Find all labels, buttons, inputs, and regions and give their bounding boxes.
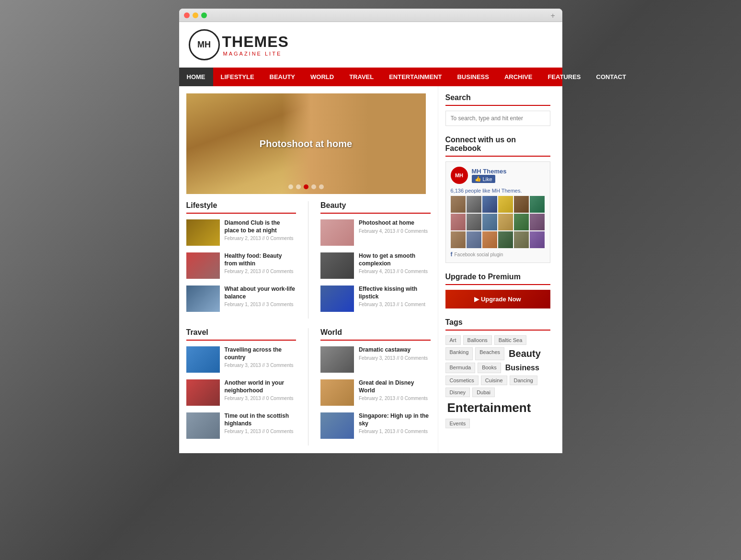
world-column: World Dramatic castaway February 3, 2013… bbox=[320, 328, 431, 446]
list-item[interactable]: Healthy food: Beauty from within Februar… bbox=[186, 252, 296, 279]
fb-photo[interactable] bbox=[467, 196, 481, 213]
nav-archive[interactable]: ARCHIVE bbox=[497, 68, 540, 86]
nav-contact[interactable]: CONTACT bbox=[589, 68, 634, 86]
fb-photo[interactable] bbox=[514, 231, 529, 248]
article-title: Another world in your neighborhood bbox=[225, 379, 296, 394]
list-item[interactable]: Travelling across the country February 3… bbox=[186, 346, 296, 373]
article-thumbnail bbox=[186, 379, 220, 406]
fb-photo[interactable] bbox=[530, 214, 545, 230]
world-heading: World bbox=[320, 328, 431, 341]
tag-business[interactable]: Business bbox=[503, 363, 541, 373]
nav-travel[interactable]: TRAVEL bbox=[342, 68, 381, 86]
article-title: Photoshoot at home bbox=[359, 219, 431, 227]
list-item[interactable]: Great deal in Disney World February 2, 2… bbox=[320, 379, 431, 406]
tag-bermuda[interactable]: Bermuda bbox=[445, 363, 476, 373]
tag-dancing[interactable]: Dancing bbox=[510, 376, 537, 385]
article-thumbnail bbox=[186, 412, 220, 439]
slider-dot-4[interactable] bbox=[311, 184, 316, 189]
fb-link[interactable]: MH Themes. bbox=[492, 188, 522, 194]
article-title: Great deal in Disney World bbox=[359, 379, 431, 394]
nav-entertainment[interactable]: ENTERTAINMENT bbox=[381, 68, 449, 86]
article-info: Effective kissing with lipstick February… bbox=[359, 286, 431, 307]
fb-photo[interactable] bbox=[498, 214, 513, 230]
fb-photo[interactable] bbox=[498, 231, 513, 248]
article-meta: February 4, 2013 // 0 Comments bbox=[359, 269, 431, 274]
fb-like-button[interactable]: 👍 Like bbox=[472, 175, 495, 183]
list-item[interactable]: Time out in the scottish highlands Febru… bbox=[186, 412, 296, 439]
fb-photo[interactable] bbox=[467, 214, 481, 230]
list-item[interactable]: How to get a smooth complexion February … bbox=[320, 252, 431, 279]
list-item[interactable]: What about your work-life balance Februa… bbox=[186, 286, 296, 312]
fb-icon: f bbox=[451, 251, 453, 258]
fb-page-name[interactable]: MH Themes bbox=[472, 168, 507, 175]
upgrade-heading: Upgrade to Premium bbox=[445, 273, 550, 285]
list-item[interactable]: Diamond Club is the place to be at night… bbox=[186, 219, 296, 246]
tag-balloons[interactable]: Balloons bbox=[463, 335, 492, 345]
tags-cloud: Art Balloons Baltic Sea Banking Beaches … bbox=[445, 335, 550, 428]
article-thumbnail bbox=[320, 219, 354, 246]
maximize-dot[interactable] bbox=[201, 12, 207, 18]
fb-photo[interactable] bbox=[530, 196, 545, 213]
list-item[interactable]: Singapore: High up in the sky February 1… bbox=[320, 412, 431, 439]
hero-slider[interactable]: Photoshoot at home bbox=[186, 93, 426, 194]
search-input[interactable] bbox=[445, 111, 550, 126]
fb-photos-grid bbox=[451, 196, 545, 248]
article-thumbnail bbox=[320, 412, 354, 439]
list-item[interactable]: Dramatic castaway February 3, 2013 // 0 … bbox=[320, 346, 431, 373]
tag-entertainment[interactable]: Entertainment bbox=[445, 400, 533, 416]
tag-art[interactable]: Art bbox=[445, 335, 461, 345]
tag-dubai[interactable]: Dubai bbox=[472, 388, 495, 397]
tag-cuisine[interactable]: Cuisine bbox=[481, 376, 507, 385]
slider-dot-2[interactable] bbox=[296, 184, 301, 189]
fb-photo[interactable] bbox=[451, 196, 466, 213]
fb-photo[interactable] bbox=[451, 214, 466, 230]
article-title: Travelling across the country bbox=[225, 346, 296, 361]
close-dot[interactable] bbox=[184, 12, 190, 18]
tag-events[interactable]: Events bbox=[445, 419, 470, 428]
nav-beauty[interactable]: BEAUTY bbox=[262, 68, 303, 86]
upgrade-button[interactable]: ▶ Upgrade Now bbox=[445, 290, 550, 309]
tag-books[interactable]: Books bbox=[478, 363, 501, 373]
nav-business[interactable]: BUSINESS bbox=[449, 68, 496, 86]
article-info: Dramatic castaway February 3, 2013 // 0 … bbox=[359, 346, 431, 361]
nav-home[interactable]: HOME bbox=[179, 68, 213, 86]
article-meta: February 1, 2013 // 0 Comments bbox=[225, 429, 296, 434]
tag-banking[interactable]: Banking bbox=[445, 347, 473, 360]
article-meta: February 2, 2013 // 0 Comments bbox=[225, 269, 296, 274]
slider-dot-1[interactable] bbox=[288, 184, 293, 189]
nav-lifestyle[interactable]: LIFESTYLE bbox=[213, 68, 262, 86]
fb-photo[interactable] bbox=[467, 231, 481, 248]
fb-photo[interactable] bbox=[530, 231, 545, 248]
tag-beaches[interactable]: Beaches bbox=[475, 347, 504, 360]
nav-features[interactable]: FEATURES bbox=[540, 68, 588, 86]
fb-photo[interactable] bbox=[514, 196, 529, 213]
fb-photo[interactable] bbox=[482, 231, 497, 248]
fb-photo[interactable] bbox=[482, 214, 497, 230]
site-header: MH THEMES MAGAZINE lite bbox=[179, 22, 562, 68]
list-item[interactable]: Photoshoot at home February 4, 2013 // 0… bbox=[320, 219, 431, 246]
slider-dot-5[interactable] bbox=[319, 184, 324, 189]
new-tab-icon[interactable]: + bbox=[551, 12, 558, 19]
article-info: Diamond Club is the place to be at night… bbox=[225, 219, 296, 241]
fb-photo[interactable] bbox=[451, 231, 466, 248]
travel-column: Travel Travelling across the country Feb… bbox=[186, 328, 296, 446]
tag-beauty[interactable]: Beauty bbox=[507, 347, 543, 360]
article-meta: February 3, 2013 // 1 Comment bbox=[359, 302, 431, 307]
fb-photo[interactable] bbox=[498, 196, 513, 213]
list-item[interactable]: Another world in your neighborhood Febru… bbox=[186, 379, 296, 406]
fb-photo[interactable] bbox=[514, 214, 529, 230]
slider-dot-3[interactable] bbox=[304, 184, 308, 189]
minimize-dot[interactable] bbox=[193, 12, 198, 18]
list-item[interactable]: Effective kissing with lipstick February… bbox=[320, 286, 431, 312]
hero-title: Photoshoot at home bbox=[260, 138, 352, 149]
nav-world[interactable]: WORLD bbox=[303, 68, 342, 86]
tag-disney[interactable]: Disney bbox=[445, 388, 470, 397]
facebook-heading: Connect with us on Facebook bbox=[445, 136, 550, 157]
article-title: Dramatic castaway bbox=[359, 346, 431, 354]
article-thumbnail bbox=[320, 286, 354, 312]
fb-photo[interactable] bbox=[482, 196, 497, 213]
tag-baltic-sea[interactable]: Baltic Sea bbox=[494, 335, 527, 345]
tag-cosmetics[interactable]: Cosmetics bbox=[445, 376, 479, 385]
logo-subtitle: MAGAZINE lite bbox=[223, 51, 289, 57]
facebook-widget: MH MH Themes 👍 Like bbox=[445, 161, 550, 263]
